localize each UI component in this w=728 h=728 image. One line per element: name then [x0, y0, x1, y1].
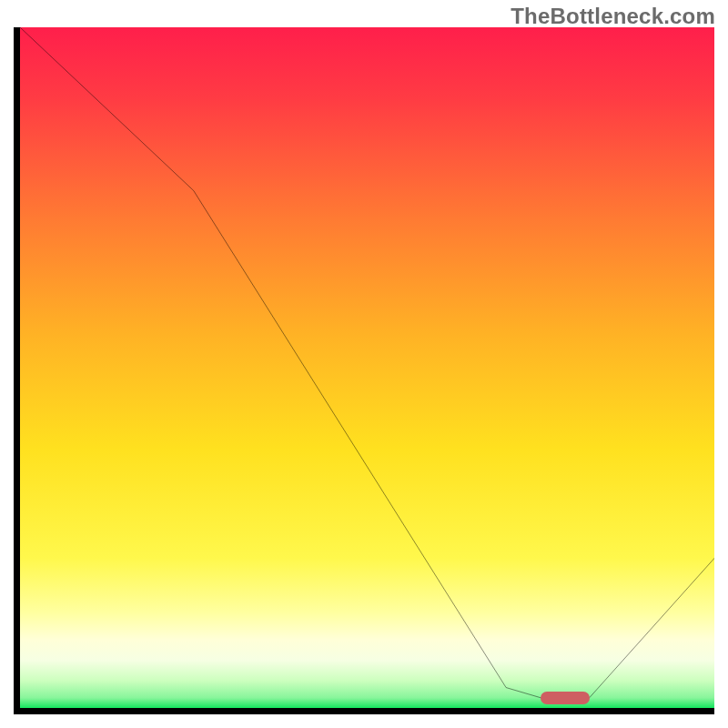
plot-area — [20, 27, 714, 708]
sweet-spot-marker — [541, 692, 589, 704]
chart-container: TheBottleneck.com — [0, 0, 728, 728]
bottleneck-curve — [20, 27, 714, 708]
watermark-text: TheBottleneck.com — [511, 4, 715, 29]
